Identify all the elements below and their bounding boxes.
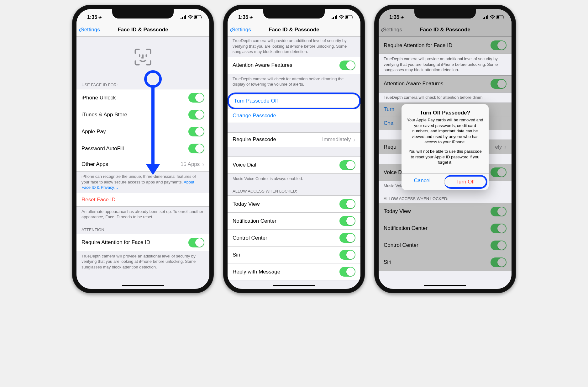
row-label: Attention Aware Features — [384, 81, 444, 87]
row-today-view[interactable]: Today View — [228, 195, 360, 213]
back-button[interactable]: ‹ Settings — [229, 25, 251, 34]
row-label: Apple Pay — [81, 129, 106, 135]
footer-reset: An alternate appearance has already been… — [76, 207, 209, 222]
svg-rect-6 — [195, 16, 197, 19]
back-button[interactable]: ‹ Settings — [78, 25, 100, 34]
toggle-switch[interactable] — [339, 216, 355, 226]
section-header-attention: ATTENTION — [76, 222, 209, 234]
svg-rect-16 — [486, 16, 487, 19]
footer-attention: TrueDepth camera will provide an additio… — [76, 251, 209, 273]
cellular-signal-icon — [483, 15, 488, 19]
row-reset-face-id[interactable]: Reset Face ID — [76, 193, 209, 207]
detail-text: ely — [495, 144, 502, 150]
alert-turn-off-passcode: Turn Off Passcode? Your Apple Pay cards … — [402, 104, 489, 190]
back-label: Settings — [81, 27, 100, 33]
toggle-switch[interactable] — [339, 199, 355, 209]
svg-rect-3 — [185, 15, 186, 19]
row-reply-with-message[interactable]: Reply with Message — [228, 263, 360, 280]
settings-scroll-content[interactable]: USE FACE ID FOR: iPhone Unlock iTunes & … — [76, 37, 209, 289]
toggle-switch — [491, 79, 507, 89]
alert-turn-off-button[interactable]: Turn Off — [444, 175, 487, 189]
toggle-switch[interactable] — [188, 238, 204, 247]
home-indicator[interactable] — [122, 285, 164, 286]
row-attention-aware[interactable]: Attention Aware Features — [228, 57, 360, 74]
row-label: Today View — [384, 208, 411, 215]
svg-rect-12 — [353, 17, 353, 18]
detail-text: Immediately — [322, 136, 351, 143]
footer-attention-aware: TrueDepth camera will check for attentio… — [228, 74, 360, 90]
row-turn-passcode-off[interactable]: Turn Passcode Off — [229, 94, 359, 108]
toggle-switch[interactable] — [188, 127, 204, 136]
row-password-autofill[interactable]: Password AutoFill — [76, 140, 209, 157]
toggle-switch[interactable] — [188, 144, 204, 153]
battery-icon — [194, 15, 202, 19]
row-label: Require Attention for Face ID — [81, 239, 150, 246]
battery-icon — [345, 15, 354, 19]
row-notification-center[interactable]: Notification Center — [228, 213, 360, 230]
row-label: Siri — [233, 252, 240, 258]
toggle-switch[interactable] — [339, 160, 355, 170]
page-title: Face ID & Passcode — [269, 27, 319, 33]
svg-rect-10 — [336, 15, 337, 19]
svg-rect-13 — [346, 16, 348, 19]
toggle-switch[interactable] — [339, 61, 355, 70]
svg-rect-7 — [332, 18, 333, 19]
row-label: Turn Passcode Off — [234, 98, 278, 104]
chevron-right-icon: › — [504, 143, 507, 151]
row-itunes-appstore[interactable]: iTunes & App Store — [76, 106, 209, 123]
toggle-switch — [491, 167, 507, 177]
toggle-switch[interactable] — [339, 233, 355, 243]
back-label: Settings — [383, 27, 402, 33]
row-require-passcode[interactable]: Require Passcode Immediately› — [228, 132, 360, 147]
svg-rect-17 — [487, 15, 488, 19]
toggle-switch — [491, 257, 507, 267]
alert-cancel-button[interactable]: Cancel — [402, 174, 443, 190]
row-other-apps[interactable]: Other Apps 15 Apps› — [76, 157, 209, 172]
row-iphone-unlock[interactable]: iPhone Unlock — [76, 89, 209, 106]
svg-rect-20 — [497, 16, 499, 19]
toggle-switch[interactable] — [188, 110, 204, 119]
cellular-signal-icon — [181, 15, 186, 19]
row-control-center: Control Center — [379, 237, 512, 254]
settings-scroll-content[interactable]: TrueDepth camera will provide an additio… — [228, 37, 360, 289]
svg-rect-19 — [504, 17, 504, 18]
row-label: Attention Aware Features — [233, 62, 292, 68]
row-voice-dial[interactable]: Voice Dial — [228, 156, 360, 174]
highlight-turn-passcode-off: Turn Passcode Off — [228, 93, 360, 109]
row-siri[interactable]: Siri — [228, 247, 360, 263]
row-require-attention[interactable]: Require Attention for Face ID — [76, 234, 209, 251]
footer-attention: TrueDepth camera will provide an additio… — [379, 54, 512, 75]
svg-rect-1 — [182, 17, 183, 19]
detail-text: 15 Apps — [181, 161, 200, 167]
toggle-switch[interactable] — [339, 250, 355, 260]
status-time: 1:35 — [389, 14, 399, 20]
toggle-switch[interactable] — [339, 267, 355, 277]
alert-message-1: Your Apple Pay cards will be removed and… — [407, 117, 484, 145]
footer-attention-truncated: TrueDepth camera will provide an additio… — [228, 37, 360, 57]
toggle-switch[interactable] — [188, 93, 204, 103]
row-label: Siri — [384, 259, 391, 265]
row-change-passcode[interactable]: Change Passcode — [228, 109, 360, 123]
row-attention-aware: Attention Aware Features — [379, 75, 512, 93]
back-button: ‹ Settings — [381, 25, 402, 34]
row-label: Password AutoFill — [81, 146, 124, 152]
row-apple-pay[interactable]: Apple Pay — [76, 123, 209, 140]
location-services-icon: ✈︎ — [401, 15, 404, 20]
home-indicator[interactable] — [424, 285, 466, 286]
row-label: Reply with Message — [233, 269, 280, 275]
row-label: Control Center — [233, 235, 267, 241]
home-indicator[interactable] — [273, 285, 315, 286]
navigation-bar: ‹ Settings Face ID & Passcode — [228, 23, 360, 37]
row-label: Reset Face ID — [81, 197, 116, 203]
wifi-icon — [339, 15, 344, 19]
row-require-attention: Require Attention for Face ID — [379, 37, 512, 54]
row-control-center[interactable]: Control Center — [228, 230, 360, 247]
svg-rect-8 — [333, 17, 334, 19]
location-services-icon: ✈︎ — [249, 15, 253, 20]
alert-message-2: You will not be able to use this passcod… — [407, 149, 484, 165]
svg-rect-14 — [483, 18, 484, 19]
row-label: iTunes & App Store — [81, 112, 127, 118]
svg-rect-15 — [484, 17, 485, 19]
footer-attention-aware: TrueDepth camera will check for attentio… — [379, 93, 512, 103]
svg-rect-0 — [181, 18, 181, 19]
